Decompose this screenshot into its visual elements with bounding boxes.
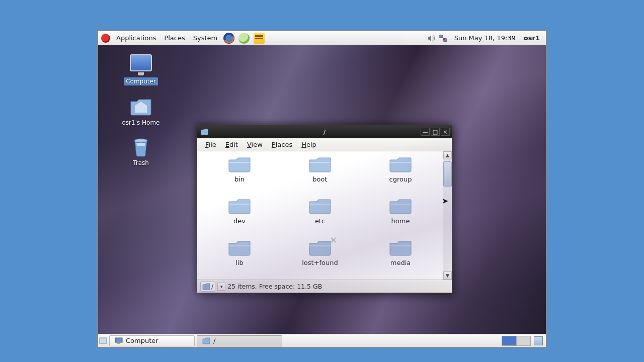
folder-label: home [360, 217, 441, 225]
user-menu[interactable]: osr1 [521, 34, 543, 42]
task-button-label: / [213, 337, 215, 344]
folder-label: bin [199, 175, 280, 183]
file-icon-view[interactable]: binbootcgroupdevetchomeliblost+found✕med… [197, 151, 443, 280]
wallpaper: Computer osr1's Home Trash / — □ [98, 45, 546, 334]
menu-help[interactable]: Help [297, 140, 320, 149]
vertical-scrollbar[interactable]: ▲ ▼ [443, 151, 452, 280]
folder-label: lib [199, 259, 280, 266]
svg-rect-3 [100, 338, 107, 343]
minimize-button[interactable]: — [421, 128, 430, 136]
folder-icon [202, 337, 210, 345]
scroll-down-button[interactable]: ▼ [443, 272, 452, 280]
folder-label: dev [199, 217, 280, 225]
folder-item[interactable]: boot [280, 155, 360, 183]
folder-item[interactable]: media [360, 239, 441, 266]
workspace-pager[interactable] [502, 336, 531, 346]
no-access-icon: ✕ [330, 235, 337, 245]
menu-places[interactable]: Places [160, 34, 189, 42]
folder-item[interactable]: cgroup [360, 155, 441, 183]
status-text: 25 items, Free space: 11.5 GB [227, 283, 322, 290]
window-titlebar[interactable]: / — □ × [197, 125, 452, 138]
folder-label: cgroup [360, 175, 441, 183]
folder-icon [200, 128, 208, 136]
folder-label: media [360, 259, 441, 266]
location-dropdown[interactable]: ▾ [217, 283, 225, 291]
desktop-icon-home[interactable]: osr1's Home [118, 96, 164, 127]
menu-places-fm[interactable]: Places [268, 140, 296, 149]
menu-system[interactable]: System [189, 34, 221, 42]
task-button-label: Computer [126, 337, 158, 344]
show-desktop-button[interactable] [98, 337, 108, 345]
network-icon[interactable] [439, 34, 448, 43]
desktop-icon-computer[interactable]: Computer [118, 54, 164, 85]
browser-icon[interactable] [238, 33, 250, 44]
svg-point-2 [134, 139, 147, 143]
folder-item[interactable]: dev [199, 197, 280, 225]
task-button-filemanager[interactable]: / [197, 335, 282, 346]
desktop-icon-trash[interactable]: Trash [118, 136, 164, 167]
menubar: File Edit View Places Help [197, 138, 452, 151]
trash-applet-icon[interactable] [534, 336, 543, 345]
window-title: / [197, 128, 452, 136]
desktop: Applications Places System Sun May 18, 1… [97, 30, 547, 348]
menu-view[interactable]: View [243, 140, 267, 149]
clock[interactable]: Sun May 18, 19:39 [449, 34, 521, 42]
folder-label: boot [280, 175, 360, 183]
notes-icon[interactable] [254, 33, 265, 44]
close-button[interactable]: × [441, 128, 450, 136]
workspace-2[interactable] [516, 336, 530, 345]
svg-rect-5 [117, 343, 120, 344]
scroll-thumb[interactable] [443, 161, 452, 187]
volume-icon[interactable] [427, 34, 436, 43]
folder-item[interactable]: lost+found✕ [280, 239, 360, 266]
bottom-panel: Computer / [98, 334, 546, 347]
desktop-icon-label: Trash [131, 159, 151, 167]
svg-rect-4 [115, 338, 122, 342]
folder-label: etc [280, 217, 360, 225]
location-path: / [211, 283, 213, 290]
menu-applications[interactable]: Applications [112, 34, 160, 42]
folder-item[interactable]: etc [280, 197, 360, 225]
folder-item[interactable]: home [360, 197, 441, 225]
cursor-icon: ➤ [442, 196, 448, 206]
desktop-icon-label: osr1's Home [120, 119, 162, 127]
folder-icon [202, 283, 210, 291]
monitor-icon [115, 337, 123, 345]
menu-file[interactable]: File [201, 140, 220, 149]
firefox-icon[interactable] [223, 33, 234, 44]
top-panel: Applications Places System Sun May 18, 1… [98, 31, 546, 45]
folder-item[interactable]: lib [199, 239, 280, 266]
task-button-computer[interactable]: Computer [109, 335, 195, 346]
file-manager-window: / — □ × File Edit View Places Help binbo… [197, 125, 452, 293]
folder-label: lost+found [280, 259, 360, 266]
menu-edit[interactable]: Edit [221, 140, 242, 149]
scroll-up-button[interactable]: ▲ [443, 151, 452, 159]
svg-rect-0 [440, 35, 443, 37]
maximize-button[interactable]: □ [431, 128, 440, 136]
workspace-1[interactable] [502, 336, 516, 345]
folder-item[interactable]: bin [199, 155, 280, 183]
location-button[interactable]: / [200, 282, 215, 292]
desktop-icon-label: Computer [124, 77, 158, 85]
distro-logo-icon[interactable] [101, 34, 110, 43]
statusbar: / ▾ 25 items, Free space: 11.5 GB [197, 280, 452, 293]
